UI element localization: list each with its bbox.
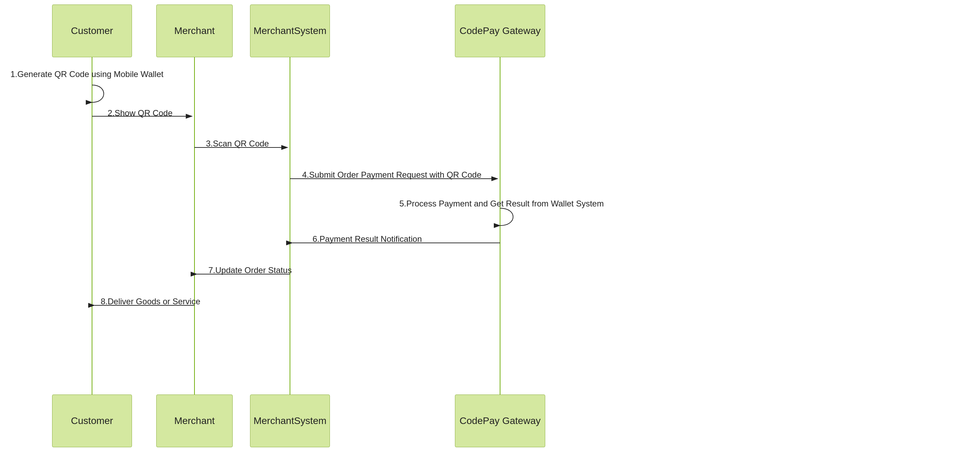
message-4-label: 4.Submit Order Payment Request with QR C… (302, 170, 481, 180)
message-6-label: 6.Payment Result Notification (313, 234, 422, 244)
message-8-label: 8.Deliver Goods or Service (101, 297, 200, 306)
message-7-label: 7.Update Order Status (208, 265, 292, 275)
actor-codepay-top: CodePay Gateway (455, 5, 545, 57)
actor-merchantsystem-bottom: MerchantSystem (250, 395, 330, 447)
actor-merchant-bottom: Merchant (156, 395, 233, 447)
actor-merchant-top: Merchant (156, 5, 233, 57)
message-2-label: 2.Show QR Code (108, 108, 173, 118)
actor-codepay-bottom: CodePay Gateway (455, 395, 545, 447)
actor-customer-top: Customer (52, 5, 132, 57)
message-1-label: 1.Generate QR Code using Mobile Wallet (10, 70, 164, 79)
arrows-svg (0, 0, 980, 449)
message-5-label: 5.Process Payment and Get Result from Wa… (399, 199, 604, 209)
message-3-label: 3.Scan QR Code (206, 139, 269, 149)
sequence-diagram: Customer Merchant MerchantSystem CodePay… (0, 0, 980, 449)
actor-merchantsystem-top: MerchantSystem (250, 5, 330, 57)
actor-customer-bottom: Customer (52, 395, 132, 447)
